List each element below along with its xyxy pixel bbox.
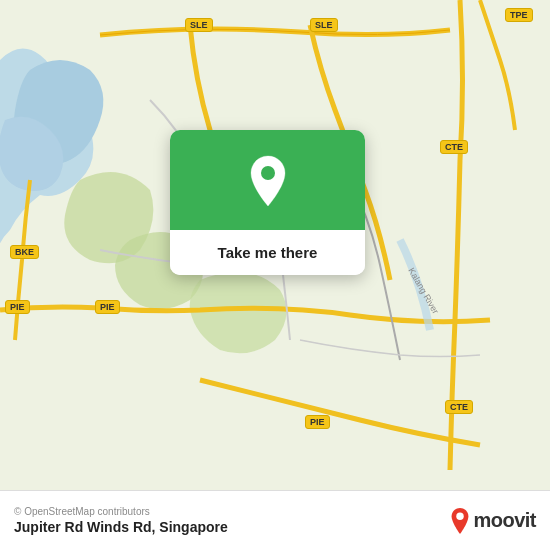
location-popup: Take me there <box>170 130 365 275</box>
road-badge-sle2: SLE <box>310 18 338 32</box>
road-badge-pie2: PIE <box>5 300 30 314</box>
bottom-left-info: © OpenStreetMap contributors Jupiter Rd … <box>14 506 228 535</box>
road-badge-bke: BKE <box>10 245 39 259</box>
take-me-there-button[interactable]: Take me there <box>170 230 365 275</box>
location-pin-icon <box>244 154 292 210</box>
svg-point-2 <box>261 166 275 180</box>
bottom-bar: © OpenStreetMap contributors Jupiter Rd … <box>0 490 550 550</box>
road-badge-cte2: CTE <box>445 400 473 414</box>
location-title: Jupiter Rd Winds Rd, Singapore <box>14 519 228 535</box>
road-badge-pie1: PIE <box>95 300 120 314</box>
road-badge-tpe: TPE <box>505 8 533 22</box>
attribution-text: © OpenStreetMap contributors <box>14 506 228 517</box>
moovit-text: moovit <box>473 509 536 532</box>
svg-point-3 <box>457 512 464 519</box>
road-badge-cte1: CTE <box>440 140 468 154</box>
road-badge-sle1: SLE <box>185 18 213 32</box>
road-badge-pie3: PIE <box>305 415 330 429</box>
moovit-logo: moovit <box>449 507 536 535</box>
moovit-pin-icon <box>449 507 471 535</box>
map-view: Kalang River SLE SLE CTE CTE PIE PIE PIE… <box>0 0 550 490</box>
popup-icon-area <box>170 130 365 230</box>
